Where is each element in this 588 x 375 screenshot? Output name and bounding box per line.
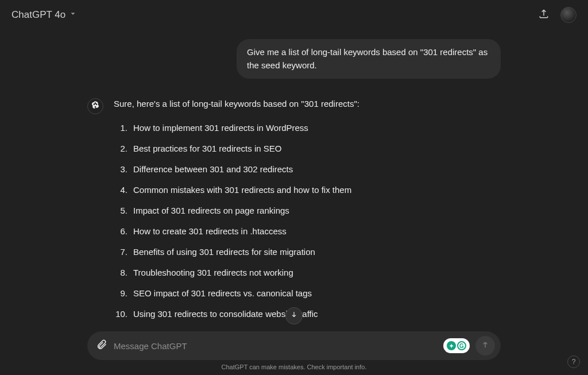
user-message-text: Give me a list of long-tail keywords bas… [247,47,488,70]
send-button[interactable] [475,336,495,355]
list-item: Common mistakes with 301 redirects and h… [130,183,501,197]
attach-button[interactable] [95,339,108,352]
model-selector[interactable]: ChatGPT 4o [11,9,77,21]
extension-indicator[interactable]: ✦ G [443,338,470,353]
model-label: ChatGPT 4o [11,9,65,21]
arrow-down-icon [290,311,298,321]
user-message-bubble: Give me a list of long-tail keywords bas… [237,39,501,79]
list-item: Using 301 redirects to consolidate websi… [130,307,501,321]
openai-logo-icon [91,100,100,112]
header-actions [537,7,577,23]
user-avatar[interactable] [560,7,577,23]
footer-note: ChatGPT can make mistakes. Check importa… [0,364,588,370]
list-item: SEO impact of 301 redirects vs. canonica… [130,287,501,300]
user-message-row: Give me a list of long-tail keywords bas… [87,39,501,79]
extension-icon-1: ✦ [447,341,456,350]
keyword-list: How to implement 301 redirects in WordPr… [114,121,501,328]
chevron-down-icon [69,9,77,21]
list-item: Difference between 301 and 302 redirects [130,163,501,176]
list-item: How to implement 301 redirects in WordPr… [130,121,501,135]
list-item: How to create 301 redirects in .htaccess [130,225,501,238]
list-item: Troubleshooting 301 redirects not workin… [130,266,501,280]
help-button[interactable]: ? [567,355,580,368]
composer: ✦ G [87,331,501,360]
header: ChatGPT 4o [0,0,588,30]
list-item: Benefits of using 301 redirects for site… [130,245,501,259]
scroll-to-bottom-button[interactable] [285,307,303,324]
assistant-message-row: Sure, here's a list of long-tail keyword… [87,97,501,328]
conversation-inner: Give me a list of long-tail keywords bas… [87,39,501,328]
assistant-intro-text: Sure, here's a list of long-tail keyword… [114,97,501,111]
assistant-message-body: Sure, here's a list of long-tail keyword… [114,97,501,328]
conversation-area: Give me a list of long-tail keywords bas… [0,34,588,328]
extension-icon-2: G [457,341,466,350]
assistant-avatar [87,98,103,114]
upload-icon [538,8,550,22]
composer-area: ✦ G ChatGPT can make mistakes. Check imp… [0,331,588,375]
message-input[interactable] [114,341,438,351]
arrow-up-icon [481,340,490,351]
help-label: ? [572,358,576,366]
share-button[interactable] [537,9,550,21]
list-item: Impact of 301 redirects on page rankings [130,204,501,218]
list-item: Best practices for 301 redirects in SEO [130,142,501,156]
paperclip-icon [96,339,107,353]
